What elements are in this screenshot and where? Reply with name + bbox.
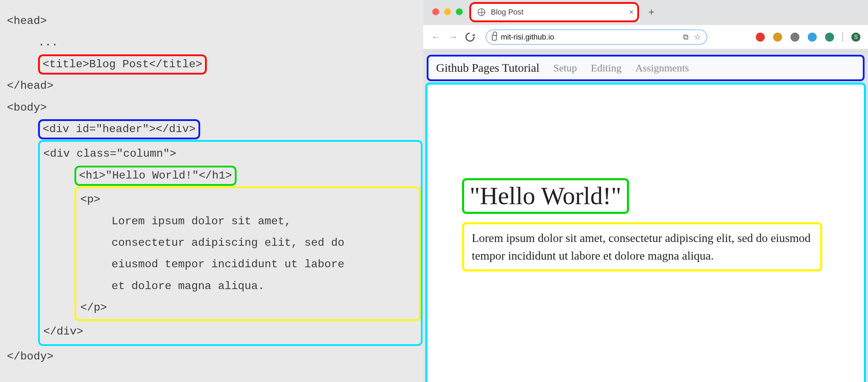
code-line: ... [7,32,416,53]
code-line: <p> [80,189,415,210]
highlight-p-tag: <p> Lorem ipsum dolor sit amet, consecte… [74,186,421,321]
code-line: consectetur adipiscing elit, sed do [80,232,415,254]
code-line: et dolore magna aliqua. [80,276,415,297]
code-line: <head> [7,10,416,32]
window-controls[interactable] [432,8,463,15]
code-panel: <head> ... <title>Blog Post</title> </he… [0,0,423,382]
code-line: <body> [7,97,416,119]
tab-title: Blog Post [491,8,523,17]
site-navbar: Github Pages Tutorial Setup Editing Assi… [427,55,865,81]
nav-link-assignments[interactable]: Assignments [635,62,689,74]
highlight-column-div: <div class="column"> <h1>"Hello World!"<… [38,140,423,346]
code-line: </div> [43,321,417,342]
divider [842,32,843,42]
nav-link-setup[interactable]: Setup [553,62,577,74]
nav-link-editing[interactable]: Editing [591,62,621,74]
device-icon[interactable]: ⧉ [683,33,689,42]
extension-icon[interactable] [825,33,834,42]
globe-icon [478,8,485,16]
new-tab-button[interactable]: + [648,6,655,18]
close-window-icon[interactable] [432,8,439,15]
highlight-title-tag: <title>Blog Post</title> [38,54,207,75]
extension-icon[interactable] [790,33,799,42]
page-paragraph: Lorem ipsum dolor sit amet, consectetur … [472,229,813,264]
minimize-window-icon[interactable] [444,8,451,15]
code-line: Lorem ipsum dolor sit amet, [80,211,415,232]
paragraph-highlight: Lorem ipsum dolor sit amet, consectetur … [462,222,822,271]
page-content-highlight: "Hello World!" Lorem ipsum dolor sit ame… [425,83,866,382]
page-heading: "Hello World!" [470,182,621,210]
address-bar[interactable]: mit-risi.github.io ⧉ ☆ [486,29,707,45]
extension-icon[interactable] [773,33,782,42]
lock-icon [492,35,497,41]
profile-avatar[interactable]: S [851,33,860,42]
maximize-window-icon[interactable] [456,8,463,15]
code-line: </body> [7,346,416,367]
code-line: </p> [80,297,415,319]
forward-button[interactable]: → [448,32,458,43]
back-button[interactable]: ← [431,32,441,43]
code-line: </head> [7,75,416,97]
close-tab-icon[interactable]: × [629,8,634,17]
browser-toolbar: ← → mit-risi.github.io ⧉ ☆ [423,25,868,49]
star-icon[interactable]: ☆ [694,33,701,42]
browser-tab[interactable]: Blog Post × [470,3,640,21]
browser-panel: Blog Post × + ← → mit-risi.github.io ⧉ ☆ [423,0,868,382]
code-line: eiusmod tempor incididunt ut labore [80,254,415,275]
extension-icons: S [756,32,860,42]
highlight-header-div: <div id="header"></div> [38,119,200,139]
browser-chrome: Blog Post × + ← → mit-risi.github.io ⧉ ☆ [423,0,868,52]
extension-icon[interactable] [808,33,817,42]
highlight-h1-tag: <h1>"Hello World!"</h1> [74,166,237,186]
code-line: <div class="column"> [43,143,417,165]
site-brand[interactable]: Github Pages Tutorial [436,61,539,75]
extension-icon[interactable] [756,33,765,42]
heading-highlight: "Hello World!" [462,178,629,214]
reload-icon[interactable] [464,31,477,43]
url-text: mit-risi.github.io [501,33,554,42]
